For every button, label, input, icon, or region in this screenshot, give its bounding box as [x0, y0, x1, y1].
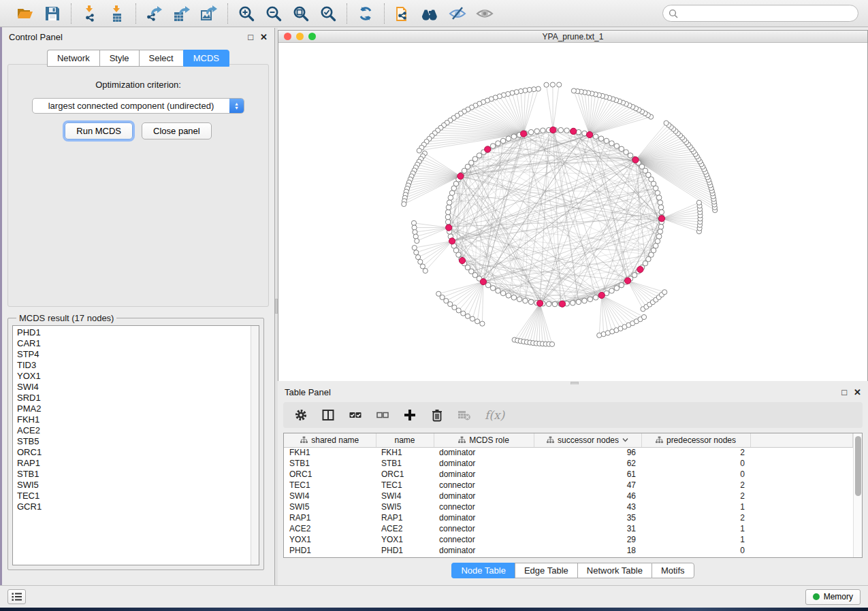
import-network-icon	[81, 5, 99, 22]
delete-column-button[interactable]	[430, 408, 444, 422]
select-all-button[interactable]	[349, 408, 362, 422]
table-scrollbar[interactable]	[853, 433, 862, 557]
tab-network-table[interactable]: Network Table	[577, 563, 652, 578]
mcds-result-item[interactable]: FKH1	[17, 414, 251, 425]
mcds-result-item[interactable]: TEC1	[17, 491, 251, 501]
float-table-panel-icon[interactable]: □	[841, 388, 847, 397]
mcds-result-item[interactable]: PMA2	[17, 403, 251, 414]
mcds-result-item[interactable]: STB5	[17, 436, 251, 447]
export-image-button[interactable]	[197, 3, 221, 24]
table-row[interactable]: FKH1FKH1dominator962	[284, 447, 853, 458]
refresh-button[interactable]	[354, 3, 377, 24]
table-row[interactable]: ACE2ACE2connector311	[284, 523, 853, 534]
column-type-icon	[300, 436, 308, 444]
table-toolbar: f(x)	[283, 402, 863, 428]
export-table-button[interactable]	[170, 3, 193, 24]
close-panel-icon[interactable]: ✕	[260, 33, 268, 42]
float-panel-icon[interactable]: □	[248, 33, 253, 42]
sort-descending-icon	[622, 437, 628, 442]
save-session-button[interactable]	[41, 3, 64, 24]
export-network-button[interactable]	[143, 3, 166, 24]
network-window: YPA_prune.txt_1	[278, 30, 868, 381]
status-bar: Memory	[0, 585, 868, 608]
show-columns-button[interactable]	[321, 408, 335, 422]
run-mcds-button[interactable]: Run MCDS	[65, 122, 133, 139]
table-mode-button[interactable]	[294, 408, 308, 422]
tab-node-table[interactable]: Node Table	[451, 563, 515, 578]
tab-select[interactable]: Select	[139, 50, 183, 67]
zoom-fit-button[interactable]	[289, 3, 312, 24]
list-icon	[12, 592, 22, 601]
close-panel-button[interactable]: Close panel	[142, 122, 212, 139]
mcds-tab-content: Optimization criterion: largest connecte…	[7, 64, 269, 307]
table-row[interactable]: RAP1RAP1dominator352	[284, 512, 853, 523]
table-row[interactable]: SWI4SWI4dominator462	[284, 491, 853, 501]
mcds-result-item[interactable]: YOX1	[17, 371, 251, 382]
mcds-result-item[interactable]: ORC1	[17, 447, 251, 458]
search-network-button[interactable]	[419, 3, 442, 24]
mcds-result-item[interactable]: STB1	[17, 469, 251, 480]
column-header-MCDS-role[interactable]: MCDS role	[434, 433, 534, 447]
zoom-in-icon	[238, 5, 255, 22]
open-file-button[interactable]	[14, 3, 37, 24]
table-row[interactable]: SWI5SWI5connector431	[284, 501, 853, 512]
tab-mcds[interactable]: MCDS	[183, 50, 229, 67]
network-window-titlebar[interactable]: YPA_prune.txt_1	[278, 31, 867, 43]
table-row[interactable]: STB1STB1dominator620	[284, 458, 853, 469]
control-panel-titlebar: Control Panel □ ✕	[2, 28, 274, 46]
mcds-result-item[interactable]: TID3	[17, 360, 251, 371]
mcds-result-item[interactable]: STP4	[17, 349, 251, 360]
import-table-button[interactable]	[106, 3, 129, 24]
table-row[interactable]: YOX1YOX1connector291	[284, 534, 853, 545]
show-graphics-button[interactable]	[473, 3, 496, 24]
network-canvas-svg[interactable]	[278, 43, 867, 381]
mcds-result-list[interactable]: PHD1CAR1STP4TID3YOX1SWI4SRD1PMA2FKH1ACE2…	[12, 325, 259, 565]
memory-button[interactable]: Memory	[805, 589, 861, 605]
mcds-result-item[interactable]: PHD1	[17, 327, 251, 338]
search-input[interactable]	[681, 9, 852, 18]
mcds-result-item[interactable]: GCR1	[17, 501, 251, 512]
dropdown-stepper-icon: ▲▼	[229, 98, 244, 114]
mcds-result-item[interactable]: CAR1	[17, 338, 251, 349]
search-box[interactable]	[662, 5, 858, 22]
mcds-result-item[interactable]: SRD1	[17, 393, 251, 403]
create-column-button[interactable]	[403, 408, 417, 422]
mcds-result-item[interactable]: SWI4	[17, 382, 251, 393]
mcds-result-item[interactable]: ACE2	[17, 425, 251, 436]
criterion-dropdown[interactable]: largest connected component (undirected)…	[32, 98, 244, 114]
table-scrollbar-thumb[interactable]	[855, 436, 861, 496]
zoom-in-button[interactable]	[235, 3, 258, 24]
mcds-result-item[interactable]: SWI5	[17, 480, 251, 491]
show-panels-button[interactable]	[7, 589, 26, 604]
import-network-button[interactable]	[78, 3, 101, 24]
table-row[interactable]: TEC1TEC1connector472	[284, 480, 853, 491]
trash-icon	[430, 408, 444, 422]
deselect-all-button[interactable]	[376, 408, 389, 422]
table-tabs: Node TableEdge TableNetwork TableMotifs	[278, 563, 868, 578]
mcds-result-item[interactable]: RAP1	[17, 458, 251, 469]
column-header-name[interactable]: name	[376, 433, 434, 447]
column-header-shared-name[interactable]: shared name	[284, 433, 376, 447]
tab-edge-table[interactable]: Edge Table	[515, 563, 577, 578]
network-from-file-button[interactable]	[391, 3, 415, 24]
table-panel-title: Table Panel	[285, 387, 331, 397]
toolbar-group	[7, 3, 71, 24]
close-table-panel-icon[interactable]: ✕	[854, 388, 861, 397]
column-header-predecessor-nodes[interactable]: predecessor nodes	[641, 433, 750, 447]
tab-style[interactable]: Style	[99, 50, 139, 67]
table-row[interactable]: PHD1PHD1dominator180	[284, 545, 853, 556]
hide-graphics-button[interactable]	[446, 3, 469, 24]
zoom-selected-button[interactable]	[317, 3, 340, 24]
desktop-edge-bottom	[0, 608, 868, 611]
columns-icon	[321, 408, 335, 422]
export-network-icon	[146, 5, 163, 22]
list-scrollbar[interactable]	[251, 326, 259, 565]
zoom-out-button[interactable]	[262, 3, 285, 24]
table-row[interactable]: ORC1ORC1dominator610	[284, 469, 853, 480]
toolbar-groups	[7, 3, 503, 24]
criterion-dropdown-value: largest connected component (undirected)	[33, 101, 229, 111]
toolbar-group	[384, 3, 503, 24]
tab-network[interactable]: Network	[47, 50, 99, 67]
tab-motifs[interactable]: Motifs	[652, 563, 694, 578]
column-header-successor-nodes[interactable]: successor nodes	[534, 433, 641, 447]
